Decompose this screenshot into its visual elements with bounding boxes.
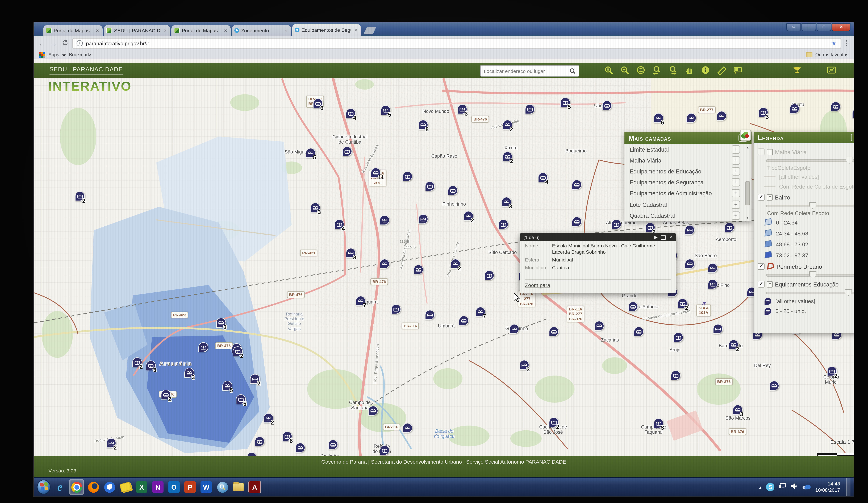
map-marker-education[interactable] (342, 146, 352, 156)
layer-row-malha-vi-ria[interactable]: Malha Viária+ (624, 155, 752, 166)
map-marker-education[interactable]: 3 (457, 104, 467, 114)
map-marker-education[interactable]: 3 (310, 203, 320, 213)
layer-checkbox[interactable] (758, 148, 765, 155)
pan-icon[interactable] (684, 64, 695, 75)
taskbar-start-icon[interactable] (37, 480, 51, 494)
search-input[interactable] (481, 68, 566, 74)
map-marker-education[interactable] (634, 327, 644, 337)
map-marker-education[interactable] (686, 113, 696, 123)
map-marker-education[interactable] (594, 321, 604, 331)
collapse-expander-icon[interactable]: − (767, 149, 773, 155)
tab-sedu-paranacidade[interactable]: SEDU | PARANACIDADE× (104, 25, 170, 36)
add-layer-button[interactable]: + (732, 156, 740, 164)
layer-checkbox[interactable]: ✓ (758, 263, 765, 270)
legend-minimize-icon[interactable] (851, 134, 854, 141)
map-marker-education[interactable]: 5 (247, 452, 257, 456)
taskbar-explorer-icon[interactable] (232, 480, 245, 494)
collapse-expander-icon[interactable]: − (767, 281, 773, 287)
add-layer-button[interactable]: + (732, 167, 740, 176)
map-marker-education[interactable]: 3 (146, 360, 156, 370)
layer-row-lote-cadastral[interactable]: Lote Cadastral+ (624, 199, 752, 210)
map-marker-education[interactable] (380, 215, 390, 225)
map-marker-education[interactable]: 4 (538, 172, 548, 182)
map-marker-education[interactable]: 2 (106, 438, 116, 448)
layer-checkbox[interactable]: ✓ (758, 194, 765, 201)
profile-button[interactable]: ☺ (786, 23, 801, 31)
layer-row-equipamentos-de-administra-o[interactable]: Equipamentos de Administração+ (624, 188, 752, 199)
map-marker-education[interactable]: 2 (75, 191, 85, 201)
map-marker-education[interactable] (255, 437, 265, 446)
maximize-button[interactable]: □ (817, 23, 831, 31)
identify-icon[interactable] (700, 64, 711, 75)
map-marker-education[interactable]: 2 (250, 374, 260, 384)
taskbar-chrome-icon[interactable] (69, 479, 84, 495)
map-marker-education[interactable]: 3 (346, 248, 356, 258)
apps-grid-icon[interactable] (39, 52, 45, 58)
map-marker-education[interactable]: 2 (132, 357, 142, 367)
add-layer-button[interactable]: + (732, 201, 740, 209)
map-marker-education[interactable] (831, 102, 840, 112)
map-marker-education[interactable] (549, 327, 559, 337)
legend-group-row[interactable]: −Malha Viária (758, 147, 854, 156)
map-marker-education[interactable]: 8 (282, 431, 292, 441)
tray-expand-icon[interactable]: ▲ (758, 485, 762, 489)
map-marker-education[interactable]: 4 (346, 108, 356, 118)
tab-close-icon[interactable]: × (283, 28, 289, 33)
taskbar-thunderbird-icon[interactable] (103, 480, 116, 494)
map-marker-education[interactable] (459, 316, 469, 326)
map-marker-education[interactable]: 5 (381, 105, 391, 115)
map-marker-education[interactable] (328, 440, 338, 450)
basemap-icon[interactable] (826, 64, 837, 75)
legend-group-row[interactable]: ✓−Bairro (758, 193, 854, 202)
map-marker-education[interactable]: 5 (223, 381, 232, 391)
map-marker-education[interactable] (418, 214, 428, 224)
taskbar-acrobat-icon[interactable]: A (248, 480, 261, 494)
zoom-to-link[interactable]: Zoom para (525, 282, 550, 288)
layer-opacity-slider[interactable] (766, 202, 854, 208)
map-marker-education[interactable]: 2 (678, 298, 688, 308)
forward-icon[interactable]: → (50, 39, 58, 47)
map-marker-education[interactable] (769, 381, 779, 391)
map-marker-education[interactable]: 2 (161, 390, 171, 400)
popup-maximize-icon[interactable] (661, 235, 665, 239)
map-marker-education[interactable]: 2 (233, 346, 243, 356)
map-marker-education[interactable] (708, 263, 718, 273)
map-marker-education[interactable] (498, 219, 508, 229)
map-marker-education[interactable] (425, 310, 435, 320)
minimize-button[interactable]: — (802, 23, 816, 31)
taskbar-search-app-icon[interactable] (216, 480, 229, 494)
map-marker-education[interactable] (611, 219, 621, 229)
search-button[interactable] (566, 66, 579, 76)
legend-group-row[interactable]: ✓−Equipamentos Educação (758, 280, 854, 289)
map-marker-education[interactable]: 2 (645, 223, 655, 232)
map-marker-education[interactable] (414, 265, 423, 275)
tab-portal-de-mapas[interactable]: Portal de Mapas× (171, 25, 231, 36)
tab-close-icon[interactable]: × (353, 27, 358, 33)
map-marker-education[interactable] (403, 171, 413, 181)
taskbar-notes-icon[interactable] (119, 480, 132, 494)
map-marker-education[interactable] (685, 259, 695, 269)
map-marker-education[interactable] (628, 301, 638, 311)
map-marker-education[interactable]: 7 (356, 296, 365, 306)
map-marker-education[interactable]: 2 (264, 413, 273, 423)
taskbar-powerpoint-icon[interactable]: P (183, 480, 197, 494)
layer-row-equipamentos-de-seguran-a[interactable]: Equipamentos de Segurança+ (624, 177, 752, 188)
map-marker-education[interactable] (717, 111, 726, 121)
map-marker-education[interactable]: 6 (313, 99, 323, 108)
map-marker-education[interactable]: 3 (519, 360, 529, 370)
volume-tray-icon[interactable] (791, 482, 798, 492)
taskbar-firefox-icon[interactable] (86, 480, 100, 494)
previous-extent-icon[interactable] (652, 64, 662, 75)
bookmarks-label[interactable]: Bookmarks (69, 52, 92, 57)
zoom-out-icon[interactable] (603, 64, 614, 75)
map-marker-education[interactable]: 2 (827, 366, 837, 376)
tab-portal-de-mapas[interactable]: Portal de Mapas× (43, 25, 103, 36)
map-marker-education[interactable] (448, 185, 458, 195)
map-marker-education[interactable]: 2 (451, 259, 461, 269)
map-marker-education[interactable] (368, 406, 378, 416)
browser-menu-icon[interactable] (844, 40, 850, 47)
map-marker-education[interactable]: 2 (549, 417, 559, 427)
close-button[interactable]: ✕ (832, 23, 850, 31)
url-bar[interactable]: i paranainterativo.pr.gov.br/# ★ (72, 38, 841, 49)
tab-close-icon[interactable]: × (95, 28, 100, 33)
